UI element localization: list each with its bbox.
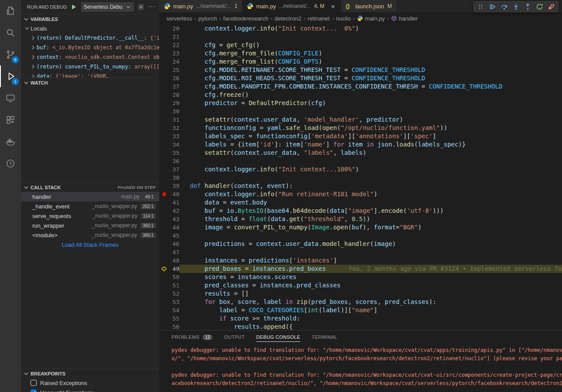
breakpoint-margin[interactable] <box>159 281 169 290</box>
breakpoint-margin[interactable] <box>159 82 169 91</box>
debug-step-out-button[interactable] <box>522 2 533 12</box>
breadcrumb-item[interactable]: handler <box>391 15 418 22</box>
callstack-section-header[interactable]: CALL STACK PAUSED ON STEP <box>21 182 159 192</box>
breakpoint-margin[interactable] <box>159 41 169 49</box>
code-line[interactable]: 48 instances = predictions['instances'] <box>159 256 562 265</box>
code-line[interactable]: 33 labels_spec = functionconfig['metadat… <box>159 132 562 140</box>
checkbox[interactable] <box>31 389 37 392</box>
breakpoint-margin[interactable] <box>159 74 169 82</box>
breadcrumb-item[interactable]: serverless <box>166 15 192 22</box>
code-line[interactable]: 53 for box, score, label in zip(pred_box… <box>159 298 562 306</box>
code-line[interactable]: 29 predictor = DefaultPredictor(cfg) <box>159 99 562 107</box>
breakpoint-margin[interactable] <box>159 49 169 58</box>
breakpoint-margin[interactable] <box>159 314 169 323</box>
code-line[interactable]: 24 cfg.merge_from_list(CONFIG_OPTS) <box>159 58 562 66</box>
code-line[interactable]: 43 threshold = float(data.get("threshold… <box>159 215 562 223</box>
breakpoint-margin[interactable] <box>159 140 169 149</box>
code-line[interactable]: 55 if score >= threshold: <box>159 314 562 323</box>
variables-section-header[interactable]: VARIABLES <box>21 14 159 24</box>
code-line[interactable]: 31 setattr(context.user_data, 'model_han… <box>159 116 562 124</box>
debug-continue-button[interactable] <box>487 2 498 12</box>
breakpoint-margin[interactable] <box>159 232 169 240</box>
code-line[interactable]: 42 buf = io.BytesIO(base64.b64decode(dat… <box>159 207 562 215</box>
debug-step-into-button[interactable] <box>511 2 521 12</box>
code-line[interactable]: 45 <box>159 232 562 240</box>
activity-item-docker[interactable] <box>0 131 21 153</box>
breakpoint-margin[interactable] <box>159 124 169 132</box>
debug-restart-button[interactable] <box>534 2 545 12</box>
variable-row[interactable]: (return) convert_PIL_to_numpy: array([[[… <box>21 62 159 72</box>
code-line[interactable]: 52 results = [] <box>159 290 562 298</box>
breakpoint-margin[interactable] <box>159 215 169 223</box>
debug-disconnect-button[interactable] <box>546 2 557 12</box>
breakpoint-margin[interactable] <box>159 273 169 281</box>
code-line[interactable]: 56 results.append({ <box>159 323 562 330</box>
code-line[interactable]: 46 predictions = context.user_data.model… <box>159 240 562 248</box>
breakpoint-margin[interactable] <box>159 91 169 99</box>
activity-item-history[interactable] <box>0 153 21 174</box>
breakpoint-margin[interactable] <box>159 248 169 256</box>
panel-tab-output[interactable]: OUTPUT <box>224 331 245 344</box>
variable-row[interactable]: data: {'image': 'iVBOR… <box>21 72 159 78</box>
breakpoint-margin[interactable] <box>159 33 169 41</box>
code-line[interactable]: 49 pred_boxes = instances.pred_boxesYou,… <box>159 265 562 273</box>
breakpoints-section-header[interactable]: BREAKPOINTS <box>21 368 159 378</box>
code-line[interactable]: 36 <box>159 157 562 165</box>
code-line[interactable]: 38 <box>159 174 562 182</box>
breakpoint-margin[interactable] <box>159 223 169 232</box>
code-line[interactable]: 25 cfg.MODEL.RETINANET.SCORE_THRESH_TEST… <box>159 66 562 74</box>
activity-item-source-control[interactable]: 8 <box>0 44 21 65</box>
code-line[interactable]: 39def handler(context, event): <box>159 182 562 190</box>
breadcrumb-item[interactable]: retinanet <box>308 15 330 22</box>
callstack-frame[interactable]: _handle_event_nuclio_wrapper.py262:1 <box>21 201 159 211</box>
breakpoint-margin[interactable] <box>159 165 169 174</box>
more-actions-icon[interactable]: ··· <box>148 3 156 11</box>
editor-tab[interactable]: {}launch.jsonM <box>341 0 396 12</box>
debug-config-dropdown[interactable]: Serverless Debu <box>81 2 134 12</box>
breadcrumb-item[interactable]: detectron2 <box>274 15 301 22</box>
code-line[interactable]: 54 label = COCO_CATEGORIES[int(label)]["… <box>159 306 562 314</box>
code-line[interactable]: 23 cfg.merge_from_file(CONFIG_FILE) <box>159 49 562 58</box>
activity-item-search[interactable] <box>0 22 21 44</box>
code-line[interactable]: 50 scores = instances.scores <box>159 273 562 281</box>
code-line[interactable]: 51 pred_classes = instances.pred_classes <box>159 281 562 290</box>
breakpoint-margin[interactable] <box>159 207 169 215</box>
callstack-frame[interactable]: <module>_nuclio_wrapper.py366:1 <box>21 230 159 240</box>
callstack-frame[interactable]: handlermain.py49:1 <box>21 192 159 201</box>
load-all-stack-frames-link[interactable]: Load All Stack Frames <box>21 240 159 250</box>
debug-step-over-button[interactable] <box>499 2 510 12</box>
breakpoint-option[interactable]: Uncaught Exceptions <box>21 388 159 392</box>
breakpoint-margin[interactable] <box>159 298 169 306</box>
breakpoint-margin[interactable] <box>159 174 169 182</box>
debug-toolbar-drag-handle[interactable] <box>475 2 486 12</box>
breakpoint-margin[interactable] <box>159 323 169 330</box>
panel-tab-debug-console[interactable]: DEBUG CONSOLE <box>256 331 300 344</box>
breakpoint-margin[interactable] <box>159 290 169 298</box>
breakpoint-icon[interactable] <box>159 190 169 198</box>
breadcrumb-item[interactable]: nuclio <box>336 15 351 22</box>
code-editor[interactable]: 20 context.logger.info("Init context... … <box>159 24 562 330</box>
code-line[interactable]: 26 cfg.MODEL.ROI_HEADS.SCORE_THRESH_TEST… <box>159 74 562 82</box>
breakpoint-margin[interactable] <box>159 306 169 314</box>
variable-row[interactable]: buf: <_io.BytesIO object at 0x7f5a2dc1ec… <box>21 43 159 52</box>
activity-item-run-and-debug[interactable]: 1 <box>0 65 21 87</box>
variable-row[interactable]: context: <nuclio_sdk.context.Context obj… <box>21 52 159 62</box>
callstack-frame[interactable]: serve_requests_nuclio_wrapper.py114:1 <box>21 211 159 221</box>
variables-scope-locals[interactable]: Locals <box>21 24 159 33</box>
panel-tab-terminal[interactable]: TERMINAL <box>312 331 337 344</box>
breakpoint-margin[interactable] <box>159 182 169 190</box>
code-line[interactable]: 44 image = convert_PIL_to_numpy(Image.op… <box>159 223 562 232</box>
panel-tab-problems[interactable]: PROBLEMS12 <box>171 331 212 344</box>
variable-row[interactable]: (return) DefaultPredictor.__call__: {'in… <box>21 33 159 43</box>
code-line[interactable]: 35 setattr(context.user_data, "labels", … <box>159 149 562 157</box>
breakpoint-margin[interactable] <box>159 107 169 116</box>
activity-item-explorer[interactable] <box>0 0 21 22</box>
breakpoint-option[interactable]: Raised Exceptions <box>21 378 159 388</box>
activity-item-extensions[interactable] <box>0 109 21 131</box>
editor-tab[interactable]: main.py.../retinanet/...4, M× <box>242 0 341 12</box>
code-line[interactable]: 28 cfg.freeze() <box>159 91 562 99</box>
breakpoint-margin[interactable] <box>159 240 169 248</box>
code-line[interactable]: 20 context.logger.info("Init context... … <box>159 24 562 33</box>
gear-icon[interactable] <box>137 3 145 11</box>
breakpoint-margin[interactable] <box>159 116 169 124</box>
